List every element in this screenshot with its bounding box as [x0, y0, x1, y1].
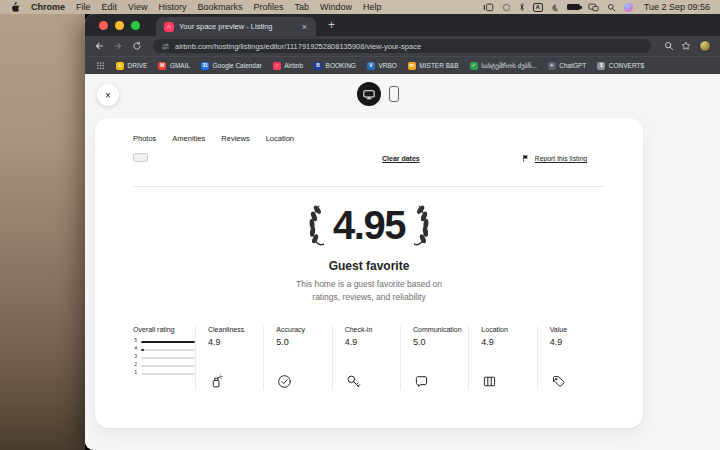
airbnb-favicon: ∩ [164, 22, 174, 32]
bookmark-item[interactable]: ∩Airbnb [273, 62, 303, 70]
desktop-wallpaper [0, 14, 85, 450]
menu-item-view[interactable]: View [128, 2, 147, 12]
menu-item-bookmarks[interactable]: Bookmarks [197, 2, 242, 12]
key-icon [345, 373, 400, 390]
bookmark-favicon: ✓ [470, 62, 478, 70]
battery-icon[interactable] [567, 4, 580, 10]
rating-bar-star-label: 1 [133, 371, 137, 376]
rating-category-column: Check-in4.9 [332, 326, 400, 390]
stage-manager-icon[interactable] [483, 3, 494, 12]
check-circle-icon [276, 373, 331, 390]
rating-category-column: Location4.9 [468, 326, 536, 390]
preview-page: × PhotosAmenitiesReviewsLocation Clear d… [85, 74, 720, 450]
menu-item-edit[interactable]: Edit [102, 2, 118, 12]
tag-icon [550, 373, 605, 390]
rating-bar-star-label: 4 [133, 347, 137, 352]
menu-item-window[interactable]: Window [320, 2, 352, 12]
bookmark-item[interactable]: BBOOKING [314, 62, 356, 70]
menu-item-file[interactable]: File [76, 2, 91, 12]
scrolled-widget-fragment [133, 153, 148, 162]
rating-bar-fill [141, 349, 144, 351]
rating-category-column: Communication5.0 [400, 326, 468, 390]
rating-bar-track [141, 349, 195, 351]
category-value: 5.0 [413, 337, 468, 347]
bookmark-item[interactable]: ✓სასტუმროს ძებნ... [470, 62, 537, 70]
category-label: Communication [413, 326, 468, 333]
bookmark-label: სასტუმროს ძებნ... [481, 62, 537, 70]
zoom-window-button[interactable] [131, 21, 140, 30]
browser-tab[interactable]: ∩ Your space preview - Listing × [156, 17, 316, 36]
bookmark-favicon: m [408, 62, 416, 70]
bookmark-label: Airbnb [284, 62, 303, 69]
menu-item-tab[interactable]: Tab [294, 2, 309, 12]
report-listing-link[interactable]: Report this listing [522, 154, 587, 163]
new-tab-button[interactable]: + [328, 19, 335, 31]
menu-item-chrome[interactable]: Chrome [31, 2, 65, 12]
desktop-view-button[interactable] [357, 82, 381, 106]
apps-grid-icon[interactable] [96, 61, 105, 70]
category-value: 4.9 [345, 337, 400, 347]
bookmark-item[interactable]: mMISTER B&B [408, 62, 459, 70]
bookmark-favicon: V [367, 62, 375, 70]
bookmark-favicon: M [158, 62, 166, 70]
guest-favorite-title: Guest favorite [95, 259, 643, 273]
spotlight-icon[interactable] [607, 3, 616, 12]
macos-menubar: ChromeFileEditViewHistoryBookmarksProfil… [0, 0, 720, 14]
rating-bar-fill [141, 341, 195, 343]
menubar-clock[interactable]: Tue 2 Sep 09:56 [644, 2, 710, 12]
tune-icon[interactable] [161, 42, 170, 51]
close-window-button[interactable] [99, 21, 108, 30]
siri-icon[interactable] [624, 3, 633, 12]
bluetooth-icon[interactable] [519, 2, 525, 12]
tab-close-icon[interactable]: × [301, 22, 308, 32]
bookmark-item[interactable]: $CONVERT$ [597, 62, 644, 70]
menu-item-history[interactable]: History [158, 2, 186, 12]
bookmark-item[interactable]: 31Google Calendar [201, 62, 262, 70]
card-tab-photos[interactable]: Photos [133, 134, 156, 143]
bookmarks-bar: ▲DRIVEMGMAIL31Google Calendar∩AirbnbBBOO… [85, 56, 720, 74]
rating-bar-row: 1 [133, 371, 195, 376]
card-tab-location[interactable]: Location [266, 134, 294, 143]
forward-button[interactable] [113, 41, 123, 51]
rating-category-column: Cleanliness4.9 [195, 326, 263, 390]
bookmark-favicon: ✳ [548, 62, 556, 70]
mobile-view-button[interactable] [389, 86, 399, 102]
minimize-window-button[interactable] [115, 21, 124, 30]
url-text[interactable]: airbnb.com/hosting/listings/editor/11179… [175, 42, 421, 51]
omnibox[interactable]: airbnb.com/hosting/listings/editor/11179… [153, 39, 651, 53]
bookmark-item[interactable]: ✳ChatGPT [548, 62, 587, 70]
apple-icon[interactable] [10, 1, 20, 13]
menu-item-help[interactable]: Help [363, 2, 382, 12]
continuity-icon[interactable] [502, 3, 511, 12]
profile-avatar[interactable] [699, 40, 711, 52]
card-tab-amenities[interactable]: Amenities [172, 134, 205, 143]
rating-bar-row: 4 [133, 347, 195, 352]
listing-card: PhotosAmenitiesReviewsLocation Clear dat… [95, 118, 643, 428]
tab-title: Your space preview - Listing [179, 22, 296, 31]
card-tab-reviews[interactable]: Reviews [221, 134, 249, 143]
search-icon[interactable] [664, 41, 674, 51]
device-toggle [357, 82, 399, 106]
bookmark-item[interactable]: MGMAIL [158, 62, 190, 70]
reload-button[interactable] [132, 41, 142, 51]
close-preview-button[interactable]: × [97, 84, 119, 106]
rating-bar-track [141, 357, 195, 359]
bookmark-item[interactable]: VVRBO [367, 62, 397, 70]
clear-dates-link[interactable]: Clear dates [382, 155, 420, 162]
screen-mirroring-icon[interactable] [588, 3, 599, 12]
bookmark-star-icon[interactable] [681, 41, 691, 51]
tab-strip: ∩ Your space preview - Listing × + [85, 14, 720, 36]
menu-item-profiles[interactable]: Profiles [253, 2, 283, 12]
rating-bar-track [141, 365, 195, 367]
rating-bar-row: 5 [133, 339, 195, 344]
laurel-left-icon [303, 202, 324, 248]
category-label: Check-in [345, 326, 400, 333]
back-button[interactable] [94, 41, 104, 51]
do-not-disturb-icon[interactable] [551, 3, 559, 12]
rating-bar-track [141, 373, 195, 375]
bookmark-item[interactable]: ▲DRIVE [116, 62, 147, 70]
category-value: 5.0 [276, 337, 331, 347]
spray-icon [208, 373, 263, 390]
input-source-icon[interactable]: A [533, 3, 543, 12]
bookmark-favicon: $ [597, 62, 605, 70]
